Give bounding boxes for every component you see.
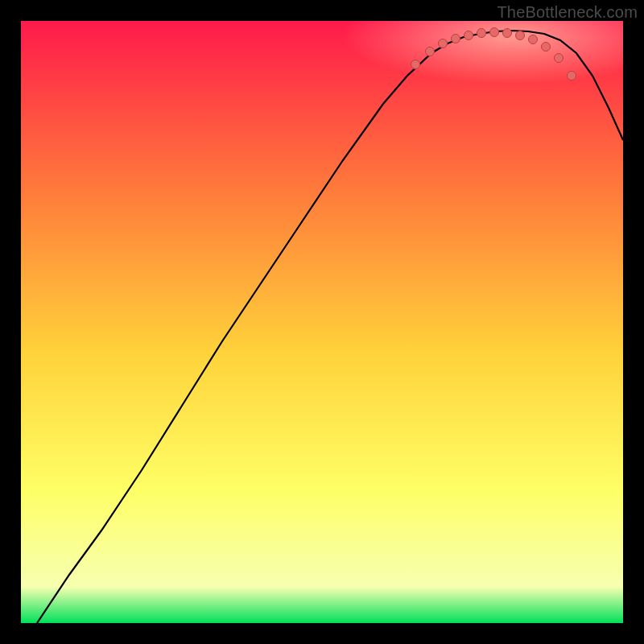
highlight-dots-group xyxy=(411,28,576,80)
highlight-dot xyxy=(477,29,486,38)
highlight-dot xyxy=(439,39,448,48)
chart-area xyxy=(21,21,623,623)
highlight-dot xyxy=(516,31,525,40)
highlight-dot xyxy=(568,72,576,80)
curve-layer xyxy=(21,21,623,623)
highlight-dot xyxy=(490,28,499,37)
highlight-dot xyxy=(452,35,460,43)
highlight-dot xyxy=(542,43,551,52)
attribution-text: TheBottleneck.com xyxy=(497,3,638,22)
bottleneck-curve xyxy=(37,31,623,623)
highlight-dot xyxy=(411,60,420,69)
highlight-dot xyxy=(529,35,538,44)
stage: TheBottleneck.com xyxy=(0,0,644,644)
highlight-dot xyxy=(503,29,512,38)
highlight-dot xyxy=(426,47,435,56)
highlight-dot xyxy=(464,31,473,40)
highlight-dot xyxy=(555,54,564,63)
